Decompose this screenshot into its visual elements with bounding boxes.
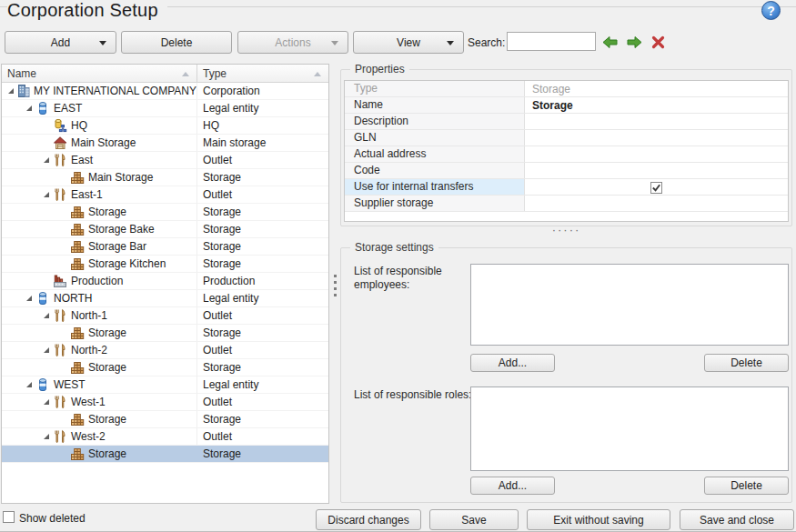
tree-type-cell[interactable]: Outlet	[197, 152, 328, 168]
tree-row[interactable]: HQHQ	[2, 117, 328, 135]
expander-icon[interactable]	[23, 105, 35, 111]
property-value[interactable]	[525, 163, 788, 178]
delete-employee-button[interactable]: Delete	[704, 354, 789, 372]
tree-type-cell[interactable]: Outlet	[197, 307, 328, 324]
tree-name-cell[interactable]: MY INTERNATIONAL COMPANY	[2, 83, 197, 99]
property-value[interactable]	[525, 196, 788, 211]
property-value[interactable]: Storage	[525, 81, 788, 96]
tree-row[interactable]: East-1Outlet	[2, 186, 328, 204]
tree-type-cell[interactable]: Storage	[197, 256, 328, 272]
property-value[interactable]: Storage	[525, 97, 788, 113]
view-button[interactable]: View	[353, 31, 464, 54]
tree-row[interactable]: Storage KitchenStorage	[2, 256, 328, 273]
tree-row[interactable]: NORTHLegal entity	[2, 290, 328, 307]
add-employee-button[interactable]: Add...	[470, 354, 555, 372]
tree-type-cell[interactable]: Outlet	[197, 428, 328, 445]
tree-row[interactable]: Main StorageMain storage	[2, 135, 328, 152]
tree-type-cell[interactable]: Legal entity	[197, 100, 328, 116]
discard-changes-button[interactable]: Discard changes	[316, 509, 421, 530]
tree-name-cell[interactable]: HQ	[2, 117, 197, 134]
expander-icon[interactable]	[23, 296, 35, 301]
delete-button[interactable]: Delete	[121, 31, 232, 54]
tree-name-cell[interactable]: Storage	[2, 446, 197, 462]
tree-name-cell[interactable]: Storage Bar	[2, 238, 197, 255]
tree-name-cell[interactable]: Production	[2, 273, 197, 289]
save-and-close-button[interactable]: Save and close	[680, 509, 794, 530]
tree-name-cell[interactable]: West-1	[2, 394, 197, 410]
tree-name-cell[interactable]: East	[2, 152, 197, 168]
tree-name-cell[interactable]: Main Storage	[2, 135, 197, 151]
tree-type-cell[interactable]: Storage	[197, 411, 328, 427]
tree-name-cell[interactable]: West-2	[2, 428, 197, 445]
tree-type-cell[interactable]: Legal entity	[197, 290, 328, 306]
tree-name-cell[interactable]: NORTH	[2, 290, 197, 306]
expander-icon[interactable]	[23, 382, 35, 387]
tree-type-cell[interactable]: Production	[197, 273, 328, 289]
expander-icon[interactable]	[40, 192, 53, 197]
tree-type-cell[interactable]: Storage	[197, 325, 328, 341]
search-input[interactable]	[507, 32, 596, 51]
tree-row[interactable]: West-1Outlet	[2, 394, 328, 411]
tree-type-cell[interactable]: Outlet	[197, 394, 328, 410]
tree-name-cell[interactable]: Storage Bake	[2, 221, 197, 237]
clear-search-icon[interactable]	[651, 35, 665, 49]
property-value[interactable]	[525, 114, 788, 129]
tree-row[interactable]: North-1Outlet	[2, 307, 328, 325]
add-button[interactable]: Add	[5, 31, 116, 54]
vertical-splitter[interactable]	[331, 64, 339, 504]
tree-row[interactable]: North-2Outlet	[2, 342, 328, 359]
tree-name-cell[interactable]: Storage	[2, 359, 197, 376]
exit-without-saving-button[interactable]: Exit without saving	[527, 509, 670, 530]
tree-name-cell[interactable]: Storage	[2, 325, 197, 341]
tree-row[interactable]: ProductionProduction	[2, 273, 328, 290]
tree-type-cell[interactable]: Legal entity	[197, 376, 328, 393]
tree-name-cell[interactable]: East-1	[2, 186, 197, 203]
search-prev-icon[interactable]	[602, 35, 618, 49]
tree-type-cell[interactable]: Storage	[197, 221, 328, 237]
expander-icon[interactable]	[40, 434, 53, 439]
tree-name-cell[interactable]: EAST	[2, 100, 197, 116]
search-next-icon[interactable]	[627, 35, 642, 49]
tree-row[interactable]: West-2Outlet	[2, 428, 328, 446]
delete-role-button[interactable]: Delete	[704, 477, 789, 495]
tree-row[interactable]: EASTLegal entity	[2, 100, 328, 117]
responsible-roles-list[interactable]	[470, 386, 789, 471]
tree-type-cell[interactable]: Main storage	[197, 135, 328, 151]
tree-type-cell[interactable]: Storage	[197, 238, 328, 255]
tree-type-cell[interactable]: Outlet	[197, 342, 328, 358]
property-value[interactable]	[525, 146, 788, 162]
expander-icon[interactable]	[5, 88, 16, 94]
tree-name-cell[interactable]: North-2	[2, 342, 197, 358]
tree-row[interactable]: StorageStorage	[2, 325, 328, 342]
tree-row[interactable]: StorageStorage	[2, 359, 328, 376]
horizontal-splitter[interactable]: ·····	[340, 226, 792, 239]
tree-row[interactable]: Storage BarStorage	[2, 238, 328, 256]
tree-row[interactable]: EastOutlet	[2, 152, 328, 169]
tree-name-cell[interactable]: Storage	[2, 204, 197, 220]
property-value[interactable]	[525, 130, 788, 146]
tree-row[interactable]: WESTLegal entity	[2, 376, 328, 394]
tree-name-cell[interactable]: Storage	[2, 411, 197, 427]
column-header-name[interactable]: Name	[2, 65, 197, 82]
tree-row[interactable]: StorageStorage	[2, 204, 328, 221]
expander-icon[interactable]	[40, 399, 53, 405]
expander-icon[interactable]	[40, 313, 53, 318]
save-button[interactable]: Save	[429, 509, 519, 530]
tree-type-cell[interactable]: Storage	[197, 169, 328, 186]
tree-row[interactable]: Main StorageStorage	[2, 169, 328, 186]
actions-button[interactable]: Actions	[237, 31, 348, 54]
expander-icon[interactable]	[40, 347, 53, 353]
tree-row[interactable]: MY INTERNATIONAL COMPANYCorporation	[2, 83, 328, 100]
tree-name-cell[interactable]: North-1	[2, 307, 197, 324]
expander-icon[interactable]	[40, 157, 53, 163]
tree-name-cell[interactable]: Storage Kitchen	[2, 256, 197, 272]
tree-type-cell[interactable]: Outlet	[197, 186, 328, 203]
tree-type-cell[interactable]: HQ	[197, 117, 328, 134]
tree-row[interactable]: StorageStorage	[2, 446, 328, 463]
tree-row[interactable]: Storage BakeStorage	[2, 221, 328, 238]
responsible-employees-list[interactable]	[470, 264, 789, 346]
checkbox-checked-icon[interactable]	[650, 182, 662, 194]
tree-type-cell[interactable]: Storage	[197, 359, 328, 376]
tree-type-cell[interactable]: Corporation	[197, 83, 328, 99]
tree-type-cell[interactable]: Storage	[197, 446, 328, 462]
